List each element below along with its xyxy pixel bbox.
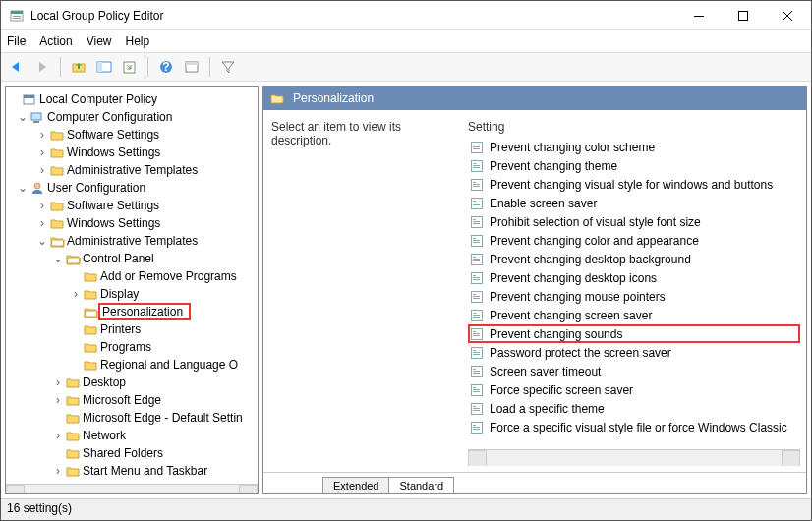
menu-help[interactable]: Help xyxy=(126,34,150,48)
svg-rect-29 xyxy=(473,184,480,185)
tree-item[interactable]: Desktop xyxy=(81,376,128,389)
back-button[interactable] xyxy=(5,55,29,79)
tree-item[interactable]: Administrative Templates xyxy=(65,234,200,248)
setting-icon xyxy=(470,253,484,266)
tree-item[interactable]: Microsoft Edge xyxy=(81,393,163,407)
tree-item[interactable]: Microsoft Edge - Default Settin xyxy=(81,411,245,425)
tree-item[interactable]: Add or Remove Programs xyxy=(98,269,239,283)
setting-item[interactable]: Prevent changing desktop background xyxy=(468,250,800,268)
expand-icon[interactable]: › xyxy=(35,128,49,142)
expand-icon[interactable]: › xyxy=(35,216,49,230)
svg-rect-3 xyxy=(13,18,21,19)
settings-list[interactable]: Prevent changing color schemePrevent cha… xyxy=(468,138,800,449)
expand-icon[interactable]: › xyxy=(51,464,65,478)
folder-icon xyxy=(49,163,65,177)
horizontal-scrollbar[interactable] xyxy=(6,484,258,494)
tree-item[interactable]: Programs xyxy=(98,340,153,354)
tree-root[interactable]: Local Computer Policy xyxy=(37,92,159,106)
tree-item[interactable]: Shared Folders xyxy=(81,446,165,460)
tab-extended[interactable]: Extended xyxy=(322,477,389,493)
setting-item[interactable]: Prevent changing mouse pointers xyxy=(468,287,800,306)
setting-item[interactable]: Password protect the screen saver xyxy=(468,343,800,362)
show-hide-tree-button[interactable] xyxy=(92,55,116,79)
tree-item[interactable]: Network xyxy=(81,429,128,442)
expand-icon[interactable]: ⌄ xyxy=(35,234,49,248)
setting-item[interactable]: Load a specific theme xyxy=(468,399,800,418)
tree-item[interactable]: Start Menu and Taskbar xyxy=(81,464,209,478)
filter-button[interactable] xyxy=(216,55,240,79)
tree-item[interactable]: Regional and Language O xyxy=(98,358,240,372)
svg-rect-62 xyxy=(473,335,480,336)
tree-item[interactable]: Software Settings xyxy=(65,199,161,212)
tree-pane[interactable]: Local Computer Policy ⌄Computer Configur… xyxy=(5,86,259,494)
help-button[interactable]: ? xyxy=(154,55,178,79)
tree-computer-config[interactable]: Computer Configuration xyxy=(45,110,174,124)
setting-label: Password protect the screen saver xyxy=(490,346,671,360)
expand-icon[interactable]: › xyxy=(51,393,65,407)
setting-item[interactable]: Prevent changing desktop icons xyxy=(468,268,800,287)
maximize-button[interactable] xyxy=(721,1,765,29)
svg-rect-5 xyxy=(738,11,747,20)
svg-rect-54 xyxy=(473,298,480,299)
tree-item[interactable]: Printers xyxy=(98,322,143,336)
tree-item[interactable]: Windows Settings xyxy=(65,216,162,230)
up-button[interactable] xyxy=(67,55,90,79)
tab-standard[interactable]: Standard xyxy=(388,477,454,493)
close-button[interactable] xyxy=(765,1,809,29)
tree-item[interactable]: Administrative Templates xyxy=(65,163,200,177)
expand-icon[interactable]: › xyxy=(51,376,65,389)
svg-rect-40 xyxy=(473,238,476,239)
svg-rect-57 xyxy=(473,315,480,316)
window-title: Local Group Policy Editor xyxy=(30,9,676,23)
titlebar[interactable]: Local Group Policy Editor xyxy=(1,1,811,30)
expand-icon[interactable]: › xyxy=(35,145,49,159)
tree-control-panel[interactable]: Control Panel xyxy=(81,252,156,265)
menu-view[interactable]: View xyxy=(87,34,112,48)
svg-rect-15 xyxy=(24,95,34,98)
setting-item[interactable]: Screen saver timeout xyxy=(468,362,800,380)
svg-rect-41 xyxy=(473,240,480,241)
menu-file[interactable]: File xyxy=(7,34,26,48)
setting-item[interactable]: Force specific screen saver xyxy=(468,380,800,399)
setting-item[interactable]: Prevent changing sounds xyxy=(468,324,800,343)
status-bar: 16 setting(s) xyxy=(1,498,811,520)
setting-label: Prevent changing screen saver xyxy=(490,309,652,322)
expand-icon[interactable]: › xyxy=(69,287,83,301)
setting-item[interactable]: Prevent changing theme xyxy=(468,156,800,175)
expand-icon[interactable]: ⌄ xyxy=(51,252,65,265)
tree-user-config[interactable]: User Configuration xyxy=(45,181,147,195)
user-icon xyxy=(29,181,45,195)
tree-item[interactable]: Software Settings xyxy=(65,128,161,142)
setting-item[interactable]: Prohibit selection of visual style font … xyxy=(468,212,800,231)
expand-icon[interactable]: ⌄ xyxy=(16,181,29,195)
expand-icon[interactable]: › xyxy=(35,199,49,212)
svg-rect-65 xyxy=(473,352,480,353)
column-header[interactable]: Setting xyxy=(468,120,800,138)
expand-icon[interactable]: ⌄ xyxy=(16,110,29,124)
tree-item[interactable]: Windows Settings xyxy=(65,145,162,159)
setting-item[interactable]: Prevent changing screen saver xyxy=(468,306,800,324)
expand-icon[interactable]: › xyxy=(51,429,65,442)
svg-rect-13 xyxy=(186,62,198,65)
menu-action[interactable]: Action xyxy=(39,34,72,48)
tree-personalization[interactable]: Personalization xyxy=(98,303,191,320)
svg-rect-24 xyxy=(473,163,476,164)
setting-item[interactable]: Prevent changing color scheme xyxy=(468,138,800,156)
export-button[interactable] xyxy=(118,55,142,79)
expand-icon[interactable]: › xyxy=(35,163,49,177)
properties-button[interactable] xyxy=(180,55,203,79)
setting-label: Force a specific visual style file or fo… xyxy=(490,421,787,434)
minimize-button[interactable] xyxy=(676,1,721,29)
setting-item[interactable]: Prevent changing visual style for window… xyxy=(468,175,800,194)
setting-item[interactable]: Enable screen saver xyxy=(468,194,800,212)
setting-item[interactable]: Prevent changing color and appearance xyxy=(468,231,800,250)
folder-icon xyxy=(65,376,81,389)
svg-rect-78 xyxy=(473,410,480,411)
tree-item[interactable]: Display xyxy=(98,287,141,301)
setting-item[interactable]: Force a specific visual style file or fo… xyxy=(468,418,800,436)
svg-rect-45 xyxy=(473,259,480,260)
folder-icon xyxy=(83,287,98,301)
folder-icon xyxy=(83,358,98,372)
forward-button[interactable] xyxy=(30,55,54,79)
horizontal-scrollbar[interactable] xyxy=(468,449,800,466)
